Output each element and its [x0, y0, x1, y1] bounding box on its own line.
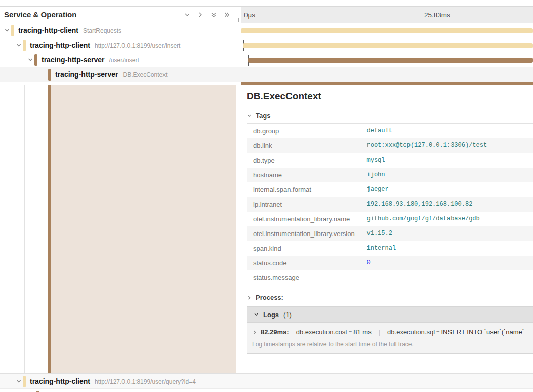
- detail-row-background: [51, 85, 236, 373]
- logs-body: 82.29ms: db.execution.cost=81 ms | db.ex…: [247, 323, 533, 353]
- tag-key: span.kind: [247, 241, 367, 256]
- tags-accordion-header[interactable]: Tags: [247, 112, 533, 120]
- expand-one-level-icon[interactable]: [183, 11, 191, 19]
- span-service-name: tracing-http-server: [55, 70, 118, 79]
- tag-row: status.code0: [247, 256, 533, 270]
- chevron-down-icon[interactable]: [16, 378, 22, 384]
- chevron-down-icon: [254, 312, 259, 317]
- tag-row: span.kindinternal: [247, 241, 533, 256]
- tag-row: ip.intranet192.168.93.180,192.168.100.82: [247, 197, 533, 212]
- service-operation-header: Service & Operation: [0, 7, 241, 23]
- span-operation-name: StartRequests: [83, 27, 121, 34]
- collapse-one-level-icon[interactable]: [196, 11, 204, 19]
- tags-table: db.groupdefault db.linkroot:xxx@tcp(127.…: [247, 123, 533, 285]
- collapse-all-icon[interactable]: [223, 11, 231, 19]
- span-service-name: tracing-http-server: [42, 56, 104, 64]
- span-row-server-insert[interactable]: tracing-http-server /user/insert: [0, 53, 533, 67]
- span-operation-name: DB.ExecContext: [122, 71, 167, 79]
- equals-sign: =: [347, 329, 353, 335]
- tag-value: root:xxx@tcp(127.0.0.1:3306)/test: [367, 138, 533, 153]
- log-field-divider: |: [379, 328, 380, 336]
- service-color-bar: [48, 69, 51, 81]
- tag-key: otel.instrumentation_library.name: [247, 212, 367, 226]
- logs-section-label: Logs: [263, 311, 279, 319]
- logs-section: Logs (1) 82.29ms: db.execution.cost=81 m…: [247, 306, 533, 354]
- span-row-db-exec-context[interactable]: tracing-http-server DB.ExecContext: [0, 67, 533, 82]
- tag-value: mysql: [367, 153, 533, 168]
- tag-value: ijohn: [367, 168, 533, 182]
- log-field: db.execution.cost=81 ms: [296, 328, 372, 336]
- span-operation-name: http://127.0.0.1:8199/user/query?id=4: [95, 378, 196, 385]
- tag-key: internal.span.format: [247, 182, 367, 197]
- logs-count: (1): [283, 311, 292, 319]
- service-color-bar: [11, 25, 14, 36]
- span-duration-bar[interactable]: [243, 43, 533, 48]
- span-detail-title: DB.ExecContext: [247, 91, 533, 102]
- span-service-name: tracing-http-client: [18, 26, 78, 34]
- trace-timeline-view: Service & Operation 0µs 25.83ms: [0, 0, 533, 392]
- tag-value: default: [367, 124, 533, 138]
- span-row-client-query[interactable]: tracing-http-client http://127.0.0.1:819…: [0, 373, 533, 388]
- timeline-tick-start: 0µs: [244, 11, 255, 19]
- tag-key: db.link: [247, 138, 367, 153]
- tag-key: hostname: [247, 168, 367, 182]
- process-accordion-header[interactable]: Process:: [247, 294, 533, 301]
- tag-value: github.com/gogf/gf/database/gdb: [367, 212, 533, 226]
- tag-key: otel.instrumentation_library.version: [247, 226, 367, 241]
- log-entry[interactable]: 82.29ms: db.execution.cost=81 ms | db.ex…: [252, 328, 533, 336]
- tag-value: [367, 270, 533, 285]
- span-duration-bar[interactable]: [241, 28, 533, 33]
- chevron-down-icon: [247, 113, 252, 119]
- tag-key: db.group: [247, 124, 367, 138]
- span-row-start-requests[interactable]: tracing-http-client StartRequests: [0, 23, 533, 38]
- timeline-tick-mid: 25.83ms: [424, 11, 450, 19]
- tag-value: jaeger: [367, 182, 533, 197]
- chevron-right-icon: [247, 295, 252, 300]
- tag-row: otel.instrumentation_library.versionv1.1…: [247, 226, 533, 241]
- timeline-ruler: 0µs 25.83ms: [241, 7, 533, 23]
- timeline-column-header: Service & Operation 0µs 25.83ms: [0, 7, 533, 23]
- tag-row: db.typemysql: [247, 153, 533, 168]
- span-operation-name: http://127.0.0.1:8199/user/insert: [95, 42, 180, 49]
- span-operation-name: /user/insert: [109, 57, 139, 64]
- log-field: db.execution.sql=INSERT INTO `user`(`nam…: [387, 328, 524, 336]
- expand-all-icon[interactable]: [210, 11, 218, 19]
- tag-row: hostnameijohn: [247, 168, 533, 182]
- tag-row: internal.span.formatjaeger: [247, 182, 533, 197]
- span-service-name: tracing-http-client: [30, 377, 90, 385]
- span-detail-panel: DB.ExecContext Tags db.groupdefault db.l…: [236, 85, 533, 371]
- span-duration-bar[interactable]: [248, 58, 533, 63]
- chevron-down-icon[interactable]: [4, 27, 10, 33]
- service-color-bar: [23, 40, 26, 51]
- span-row-client-insert[interactable]: tracing-http-client http://127.0.0.1:819…: [0, 38, 533, 53]
- tag-key: ip.intranet: [247, 197, 367, 212]
- indent-guide: [36, 85, 36, 373]
- log-timestamp: 82.29ms:: [261, 328, 289, 336]
- span-service-name: tracing-http-client: [30, 41, 90, 49]
- tag-value-number: 0: [367, 256, 533, 270]
- tag-key: db.type: [247, 153, 367, 168]
- indent-guide: [13, 85, 13, 373]
- log-footnote: Log timestamps are relative to the start…: [252, 341, 533, 348]
- tag-value: v1.15.2: [367, 226, 533, 241]
- chevron-down-icon[interactable]: [16, 42, 22, 48]
- logs-accordion-header[interactable]: Logs (1): [247, 307, 533, 323]
- service-color-bar: [34, 54, 37, 66]
- equals-sign: =: [435, 329, 441, 335]
- tags-section-label: Tags: [256, 112, 270, 120]
- chevron-right-icon: [252, 330, 257, 335]
- tag-row: otel.instrumentation_library.namegithub.…: [247, 212, 533, 226]
- service-color-bar: [23, 376, 26, 387]
- tag-key: status.message: [247, 270, 367, 285]
- tag-key: status.code: [247, 256, 367, 270]
- partial-span-row: [0, 388, 533, 392]
- tag-value: internal: [367, 241, 533, 256]
- indent-guide: [24, 85, 25, 373]
- tag-row: db.linkroot:xxx@tcp(127.0.0.1:3306)/test: [247, 138, 533, 153]
- process-section-label: Process:: [256, 294, 283, 301]
- tag-value: 192.168.93.180,192.168.100.82: [367, 197, 533, 212]
- chevron-down-icon[interactable]: [27, 57, 33, 63]
- column-resize-grip[interactable]: [237, 18, 239, 22]
- service-operation-title: Service & Operation: [4, 10, 76, 19]
- title-divider: [247, 107, 533, 107]
